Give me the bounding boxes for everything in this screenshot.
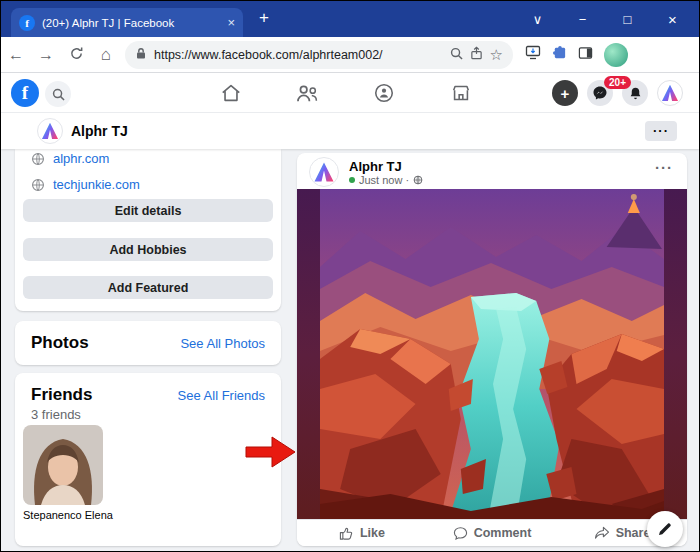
share-icon	[594, 526, 610, 540]
website-link[interactable]: alphr.com	[53, 151, 109, 166]
alphr-logo	[42, 123, 58, 139]
facebook-favicon: f	[19, 15, 35, 31]
maximize-icon[interactable]: □	[605, 12, 650, 27]
pencil-icon	[657, 521, 673, 537]
forward-icon[interactable]: →	[31, 47, 61, 63]
page-more-button[interactable]: ···	[645, 121, 677, 141]
zoom-icon[interactable]	[450, 46, 463, 64]
home-nav-icon[interactable]	[206, 79, 256, 107]
post-actions: Like Comment Share	[297, 519, 687, 546]
alphr-logo	[314, 162, 333, 181]
lock-icon[interactable]	[135, 46, 147, 64]
intro-card: alphr.com techjunkie.com Edit details Ad…	[15, 149, 281, 311]
share-page-icon[interactable]	[470, 46, 483, 64]
address-bar[interactable]: https://www.facebook.com/alphrteam002/ ☆	[125, 41, 513, 69]
minimize-icon[interactable]: −	[560, 12, 605, 27]
active-status-dot	[349, 177, 355, 183]
photos-card: Photos See All Photos	[15, 321, 281, 365]
browser-window: f (20+) Alphr TJ | Facebook × + ∨ − □ × …	[0, 0, 700, 552]
comment-icon	[453, 526, 468, 541]
globe-icon	[31, 152, 45, 166]
create-plus-icon[interactable]: +	[552, 80, 578, 106]
website-link-row[interactable]: alphr.com	[31, 151, 109, 166]
edit-details-button[interactable]: Edit details	[23, 199, 273, 222]
account-avatar[interactable]	[657, 80, 683, 106]
extensions-icon[interactable]	[552, 45, 567, 64]
browser-tab[interactable]: f (20+) Alphr TJ | Facebook ×	[11, 8, 243, 37]
facebook-nav	[206, 79, 486, 107]
reload-icon[interactable]	[61, 46, 91, 64]
facebook-header: f 20+ +	[1, 73, 699, 113]
tab-search-chevron-icon[interactable]: ∨	[515, 12, 560, 27]
friend-photo[interactable]	[23, 425, 103, 505]
friend-name[interactable]: Stepanenco Elena	[23, 509, 113, 521]
friends-card: Friends See All Friends 3 friends Stepan…	[15, 373, 281, 546]
see-all-friends-link[interactable]: See All Friends	[178, 388, 265, 403]
search-icon	[52, 88, 65, 101]
search-button[interactable]	[45, 81, 71, 107]
notification-badge: 20+	[604, 76, 631, 89]
home-icon[interactable]: ⌂	[91, 46, 121, 63]
url-text[interactable]: https://www.facebook.com/alphrteam002/	[154, 48, 443, 62]
back-icon[interactable]: ←	[1, 47, 31, 63]
post-meta: Just now ·	[349, 174, 423, 186]
comment-button[interactable]: Comment	[427, 520, 557, 546]
like-label: Like	[360, 526, 385, 540]
add-featured-button[interactable]: Add Featured	[23, 276, 273, 299]
post-card: Alphr TJ Just now · ···	[297, 153, 687, 546]
globe-icon	[31, 178, 45, 192]
canyon-artwork	[320, 189, 664, 519]
window-close-icon[interactable]: ×	[650, 11, 695, 28]
marketplace-nav-icon[interactable]	[436, 79, 486, 107]
post-more-icon[interactable]: ···	[655, 159, 673, 176]
friends-title: Friends	[31, 385, 92, 405]
side-panel-icon[interactable]	[578, 46, 593, 64]
page-bar: Alphr TJ ···	[1, 113, 699, 149]
save-page-icon[interactable]	[525, 45, 541, 64]
red-arrow-annotation	[245, 435, 297, 469]
privacy-globe-icon	[413, 175, 423, 185]
comment-label: Comment	[474, 526, 532, 540]
facebook-header-actions: 20+ +	[552, 80, 683, 106]
like-icon	[339, 526, 354, 541]
edit-fab-button[interactable]	[647, 511, 683, 547]
new-tab-button[interactable]: +	[259, 8, 269, 28]
page-content: alphr.com techjunkie.com Edit details Ad…	[1, 149, 699, 552]
groups-nav-icon[interactable]	[359, 79, 409, 107]
facebook-logo[interactable]: f	[11, 79, 39, 107]
tab-close-icon[interactable]: ×	[227, 15, 235, 30]
post-author[interactable]: Alphr TJ	[349, 159, 402, 174]
toolbar-extensions	[525, 43, 628, 67]
photos-title: Photos	[31, 333, 89, 353]
alphr-logo	[662, 85, 678, 101]
friends-count: 3 friends	[31, 407, 81, 422]
title-bar: f (20+) Alphr TJ | Facebook × + ∨ − □ ×	[1, 1, 699, 37]
page-title: Alphr TJ	[71, 123, 128, 139]
post-image[interactable]	[297, 189, 687, 519]
browser-profile-avatar[interactable]	[604, 43, 628, 67]
page-avatar[interactable]	[37, 118, 63, 144]
window-controls: ∨ − □ ×	[515, 1, 695, 37]
tab-title: (20+) Alphr TJ | Facebook	[42, 17, 220, 29]
like-button[interactable]: Like	[297, 520, 427, 546]
friends-nav-icon[interactable]	[283, 79, 333, 107]
website-link-row[interactable]: techjunkie.com	[31, 177, 140, 192]
add-hobbies-button[interactable]: Add Hobbies	[23, 238, 273, 261]
bookmark-star-icon[interactable]: ☆	[490, 47, 503, 62]
browser-toolbar: ← → ⌂ https://www.facebook.com/alphrteam…	[1, 37, 699, 73]
see-all-photos-link[interactable]: See All Photos	[180, 336, 265, 351]
website-link[interactable]: techjunkie.com	[53, 177, 140, 192]
post-time: Just now ·	[359, 174, 409, 186]
share-label: Share	[616, 526, 651, 540]
post-avatar[interactable]	[309, 157, 339, 187]
